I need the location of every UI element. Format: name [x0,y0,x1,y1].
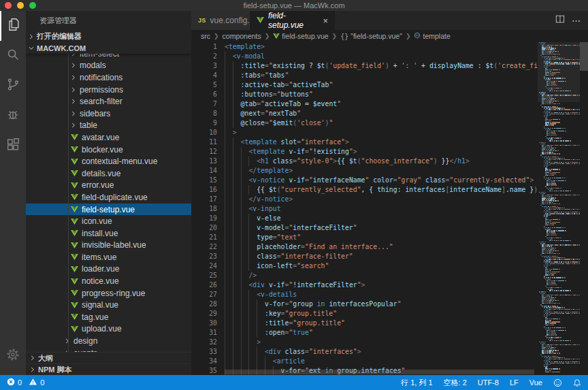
breadcrumb-template-symbol[interactable]: template [414,32,450,40]
problems-indicator[interactable]: 0 0 [7,378,44,387]
vue-file-icon [71,326,78,332]
line-number: 26 [191,280,217,290]
vue-file-icon [71,134,78,140]
search-view-button[interactable] [0,41,26,71]
code-line-17: </v-notice> [225,195,538,204]
tree-item-install.vue[interactable]: install.vue [26,227,191,240]
tree-item-label: install.vue [82,229,118,238]
tree-item-search-filter[interactable]: search-filter [26,95,191,108]
tree-item-tag.vue[interactable]: tag.vue [26,311,191,323]
vue-file-icon [71,194,78,200]
tree-item-notice.vue[interactable]: notice.vue [26,275,191,287]
vertical-scrollbar[interactable] [580,42,588,375]
line-number: 17 [191,195,217,204]
line-number: 8 [191,109,217,118]
project-section-header[interactable]: MACWK.COM [26,42,191,54]
scrollbar-thumb[interactable] [580,42,588,71]
chevron-right-icon [71,75,76,80]
tree-item-loader.vue[interactable]: loader.vue [26,263,191,276]
tree-item-permissions[interactable]: permissions [26,84,191,96]
tree-item-modals[interactable]: modals [26,60,191,72]
minimap[interactable] [538,42,580,375]
explorer-view-button[interactable] [0,11,26,41]
breadcrumb-src[interactable]: src [201,32,210,40]
code-line-6: :buttons="buttons" [225,90,538,99]
code-content: <template> <v-modal :title="existing ? $… [225,42,538,375]
open-editors-label: 打开的编辑器 [37,31,82,42]
editor-group: JS vue.config.js field-setup.vue × ⋯ [191,11,588,375]
code-line-2: <v-modal [225,52,538,61]
explorer-sidebar: 资源管理器 打开的编辑器 MACWK.COM item-selectmodals… [26,11,191,375]
horizontal-scrollbar[interactable] [225,370,534,374]
npm-scripts-section[interactable]: NPM 脚本 [26,363,191,375]
breadcrumb-components[interactable]: components [223,32,261,40]
tree-item-icon.vue[interactable]: icon.vue [26,215,191,227]
feedback-smiley-icon[interactable] [553,378,562,387]
code-line-24: icon-left="search" [225,261,538,271]
tree-item-avatar.vue[interactable]: avatar.vue [26,131,191,144]
tree-item-progress-ring.vue[interactable]: progress-ring.vue [26,287,191,299]
line-number: 29 [191,309,217,319]
tree-item-label: sidebars [80,109,110,118]
notifications-bell-icon[interactable] [573,378,581,387]
tree-item-field-duplicate.vue[interactable]: field-duplicate.vue [26,191,191,204]
tree-item-contextual-menu.vue[interactable]: contextual-menu.vue [26,155,191,167]
extensions-view-button[interactable] [0,131,26,161]
vue-file-icon [71,159,78,165]
tree-item-sidebars[interactable]: sidebars [26,108,191,120]
chevron-right-icon [30,367,35,372]
tree-item-design[interactable]: design [26,335,191,347]
tree-item-invisible-label.vue[interactable]: invisible-label.vue [26,240,191,252]
tree-item-upload.vue[interactable]: upload.vue [26,323,191,336]
code-editor[interactable]: 1234567891011121314151617181920212223242… [191,42,588,375]
eol-indicator[interactable]: LF [510,378,519,387]
tree-item-table[interactable]: table [26,120,191,132]
code-line-20: v-model="interfaceFilter" [225,223,538,233]
split-editor-icon[interactable] [555,14,565,27]
close-icon[interactable]: × [323,16,328,26]
breadcrumb-file[interactable]: field-setup.vue [273,32,328,40]
source-control-view-button[interactable] [0,71,26,101]
debug-view-button[interactable] [0,101,26,131]
line-number: 15 [191,176,217,185]
line-number: 16 [191,185,217,195]
chevron-right-icon [65,338,70,344]
code-line-31: :open="true" [225,328,538,338]
tree-item-signal.vue[interactable]: signal.vue [26,299,191,311]
open-editors-section[interactable]: 打开的编辑器 [26,31,191,42]
tree-item-details.vue[interactable]: details.vue [26,167,191,180]
outline-section[interactable]: 大纲 [26,352,191,363]
line-number: 4 [191,71,217,80]
js-file-icon: JS [198,17,206,24]
outline-label: 大纲 [38,353,53,363]
file-tree[interactable]: item-selectmodalsnotificationspermission… [26,54,191,353]
tree-item-label: upload.vue [82,324,122,334]
warning-icon [29,378,37,387]
manage-button[interactable] [0,341,26,371]
cursor-position[interactable]: 行 1, 列 1 [401,378,432,388]
language-mode[interactable]: Vue [529,378,542,387]
tree-item-notifications[interactable]: notifications [26,71,191,84]
vue-file-icon [257,16,264,25]
window-title: field-setup.vue — MacWk.com [0,1,588,10]
tree-item-label: contextual-menu.vue [82,157,157,166]
tree-item-field-setup.vue[interactable]: field-setup.vue [26,204,191,216]
tab-vue-config-js[interactable]: JS vue.config.js [191,11,250,30]
title-bar: field-setup.vue — MacWk.com [0,0,588,11]
tab-field-setup-vue[interactable]: field-setup.vue × [250,11,335,30]
tree-item-label: modals [80,61,106,70]
more-actions-icon[interactable]: ⋯ [572,16,581,26]
line-number: 11 [191,137,217,147]
breadcrumb-component-symbol[interactable]: {} "field-setup.vue" [340,32,402,40]
npm-scripts-label: NPM 脚本 [38,365,72,375]
tree-item-error.vue[interactable]: error.vue [26,180,191,192]
tree-item-blocker.vue[interactable]: blocker.vue [26,144,191,156]
vue-file-icon [71,170,78,176]
indentation-indicator[interactable]: 空格: 2 [444,378,467,388]
line-number: 14 [191,166,217,176]
tree-item-item-select[interactable]: item-select [26,54,191,60]
encoding-indicator[interactable]: UTF-8 [478,378,499,387]
tree-item-items.vue[interactable]: items.vue [26,251,191,263]
activity-bar [0,11,26,375]
vue-file-icon [71,290,78,296]
